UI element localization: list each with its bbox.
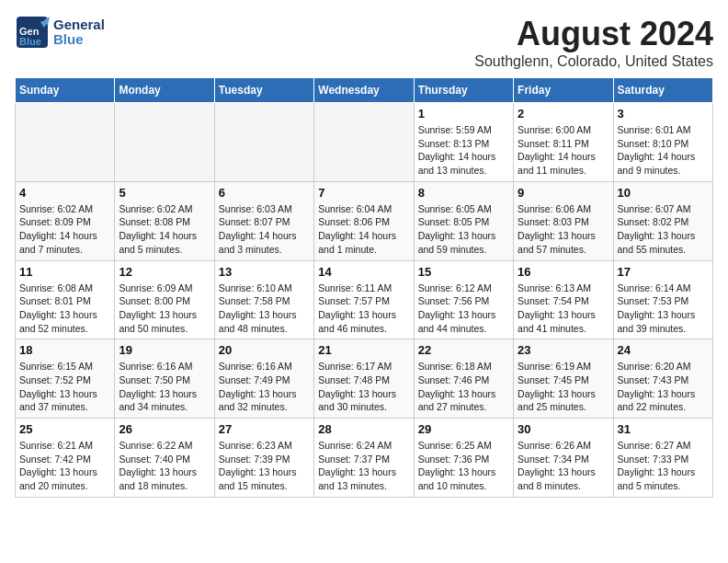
calendar-cell: 25Sunrise: 6:21 AM Sunset: 7:42 PM Dayli… [16,419,115,498]
day-number: 12 [119,265,210,279]
day-number: 21 [318,343,409,357]
calendar-cell [16,103,115,182]
weekday-header-tuesday: Tuesday [214,78,313,103]
day-number: 11 [19,265,110,279]
day-info: Sunrise: 6:20 AM Sunset: 7:43 PM Dayligh… [618,360,709,414]
day-info: Sunrise: 6:17 AM Sunset: 7:48 PM Dayligh… [318,360,409,414]
day-number: 14 [318,265,409,279]
weekday-header-sunday: Sunday [16,78,115,103]
day-info: Sunrise: 6:03 AM Sunset: 8:07 PM Dayligh… [219,202,310,257]
day-info: Sunrise: 6:16 AM Sunset: 7:49 PM Dayligh… [219,360,310,414]
day-number: 25 [19,422,110,436]
day-number: 18 [19,343,110,357]
day-info: Sunrise: 6:25 AM Sunset: 7:36 PM Dayligh… [418,439,509,493]
title-area: August 2024 Southglenn, Colorado, United… [474,15,713,70]
day-number: 6 [219,186,310,200]
calendar-cell: 2Sunrise: 6:00 AM Sunset: 8:11 PM Daylig… [514,103,613,182]
day-number: 10 [618,186,709,200]
calendar-cell: 28Sunrise: 6:24 AM Sunset: 7:37 PM Dayli… [314,419,414,498]
day-info: Sunrise: 6:11 AM Sunset: 7:57 PM Dayligh… [318,282,409,336]
day-number: 22 [418,343,509,357]
day-info: Sunrise: 5:59 AM Sunset: 8:13 PM Dayligh… [418,123,509,178]
calendar-cell: 26Sunrise: 6:22 AM Sunset: 7:40 PM Dayli… [115,419,214,498]
weekday-header-monday: Monday [115,78,214,103]
day-number: 20 [219,343,310,357]
calendar-cell: 1Sunrise: 5:59 AM Sunset: 8:13 PM Daylig… [414,103,513,182]
day-number: 19 [119,343,210,357]
day-number: 8 [418,186,509,200]
calendar-cell: 23Sunrise: 6:19 AM Sunset: 7:45 PM Dayli… [514,339,613,419]
day-number: 29 [418,422,509,436]
calendar-cell: 30Sunrise: 6:26 AM Sunset: 7:34 PM Dayli… [514,419,613,498]
day-number: 16 [518,265,609,279]
logo-blue: Blue [53,32,105,48]
day-number: 7 [318,186,409,200]
week-row-1: 1Sunrise: 5:59 AM Sunset: 8:13 PM Daylig… [16,103,713,182]
calendar-cell: 19Sunrise: 6:16 AM Sunset: 7:50 PM Dayli… [115,339,214,419]
weekday-header-wednesday: Wednesday [314,78,414,103]
calendar-cell: 27Sunrise: 6:23 AM Sunset: 7:39 PM Dayli… [214,419,313,498]
month-year: August 2024 [474,15,713,53]
day-info: Sunrise: 6:15 AM Sunset: 7:52 PM Dayligh… [19,360,110,414]
day-info: Sunrise: 6:14 AM Sunset: 7:53 PM Dayligh… [618,282,709,336]
day-info: Sunrise: 6:27 AM Sunset: 7:33 PM Dayligh… [618,439,709,493]
day-number: 30 [518,422,609,436]
day-number: 4 [19,186,110,200]
calendar-cell: 5Sunrise: 6:02 AM Sunset: 8:08 PM Daylig… [115,181,214,260]
calendar-cell: 22Sunrise: 6:18 AM Sunset: 7:46 PM Dayli… [414,339,513,419]
week-row-3: 11Sunrise: 6:08 AM Sunset: 8:01 PM Dayli… [16,260,713,339]
day-info: Sunrise: 6:07 AM Sunset: 8:02 PM Dayligh… [618,202,709,257]
logo-icon: Gen Blue [15,15,50,50]
calendar-cell [214,103,313,182]
day-info: Sunrise: 6:06 AM Sunset: 8:03 PM Dayligh… [518,202,609,257]
day-info: Sunrise: 6:13 AM Sunset: 7:54 PM Dayligh… [518,282,609,336]
day-info: Sunrise: 6:21 AM Sunset: 7:42 PM Dayligh… [19,439,110,493]
calendar-cell: 9Sunrise: 6:06 AM Sunset: 8:03 PM Daylig… [514,181,613,260]
week-row-5: 25Sunrise: 6:21 AM Sunset: 7:42 PM Dayli… [16,419,713,498]
calendar-cell: 3Sunrise: 6:01 AM Sunset: 8:10 PM Daylig… [613,103,712,182]
day-info: Sunrise: 6:01 AM Sunset: 8:10 PM Dayligh… [618,123,709,178]
week-row-4: 18Sunrise: 6:15 AM Sunset: 7:52 PM Dayli… [16,339,713,419]
calendar-cell [314,103,414,182]
day-info: Sunrise: 6:22 AM Sunset: 7:40 PM Dayligh… [119,439,210,493]
day-number: 27 [219,422,310,436]
weekday-header-saturday: Saturday [613,78,712,103]
day-info: Sunrise: 6:02 AM Sunset: 8:09 PM Dayligh… [19,202,110,257]
day-number: 15 [418,265,509,279]
day-info: Sunrise: 6:02 AM Sunset: 8:08 PM Dayligh… [119,202,210,257]
day-info: Sunrise: 6:19 AM Sunset: 7:45 PM Dayligh… [518,360,609,414]
calendar-cell: 16Sunrise: 6:13 AM Sunset: 7:54 PM Dayli… [514,260,613,339]
day-info: Sunrise: 6:12 AM Sunset: 7:56 PM Dayligh… [418,282,509,336]
day-number: 1 [418,107,509,121]
weekday-header-friday: Friday [514,78,613,103]
calendar-cell: 14Sunrise: 6:11 AM Sunset: 7:57 PM Dayli… [314,260,414,339]
day-info: Sunrise: 6:16 AM Sunset: 7:50 PM Dayligh… [119,360,210,414]
calendar-cell: 24Sunrise: 6:20 AM Sunset: 7:43 PM Dayli… [613,339,712,419]
day-number: 31 [618,422,709,436]
day-number: 3 [618,107,709,121]
calendar-cell: 7Sunrise: 6:04 AM Sunset: 8:06 PM Daylig… [314,181,414,260]
day-info: Sunrise: 6:08 AM Sunset: 8:01 PM Dayligh… [19,282,110,336]
weekday-header-thursday: Thursday [414,78,513,103]
day-number: 17 [618,265,709,279]
calendar-cell: 8Sunrise: 6:05 AM Sunset: 8:05 PM Daylig… [414,181,513,260]
calendar-cell: 15Sunrise: 6:12 AM Sunset: 7:56 PM Dayli… [414,260,513,339]
day-info: Sunrise: 6:04 AM Sunset: 8:06 PM Dayligh… [318,202,409,257]
calendar-cell: 11Sunrise: 6:08 AM Sunset: 8:01 PM Dayli… [16,260,115,339]
day-number: 24 [618,343,709,357]
calendar-cell: 21Sunrise: 6:17 AM Sunset: 7:48 PM Dayli… [314,339,414,419]
day-number: 2 [518,107,609,121]
week-row-2: 4Sunrise: 6:02 AM Sunset: 8:09 PM Daylig… [16,181,713,260]
day-info: Sunrise: 6:10 AM Sunset: 7:58 PM Dayligh… [219,282,310,336]
header: Gen Blue General Blue August 2024 Southg… [15,15,713,70]
calendar-cell: 20Sunrise: 6:16 AM Sunset: 7:49 PM Dayli… [214,339,313,419]
weekday-header-row: SundayMondayTuesdayWednesdayThursdayFrid… [16,78,713,103]
day-number: 5 [119,186,210,200]
calendar-cell: 29Sunrise: 6:25 AM Sunset: 7:36 PM Dayli… [414,419,513,498]
calendar-cell: 18Sunrise: 6:15 AM Sunset: 7:52 PM Dayli… [16,339,115,419]
calendar-cell: 31Sunrise: 6:27 AM Sunset: 7:33 PM Dayli… [613,419,712,498]
calendar: SundayMondayTuesdayWednesdayThursdayFrid… [15,77,713,498]
day-number: 13 [219,265,310,279]
calendar-cell: 4Sunrise: 6:02 AM Sunset: 8:09 PM Daylig… [16,181,115,260]
day-info: Sunrise: 6:09 AM Sunset: 8:00 PM Dayligh… [119,282,210,336]
